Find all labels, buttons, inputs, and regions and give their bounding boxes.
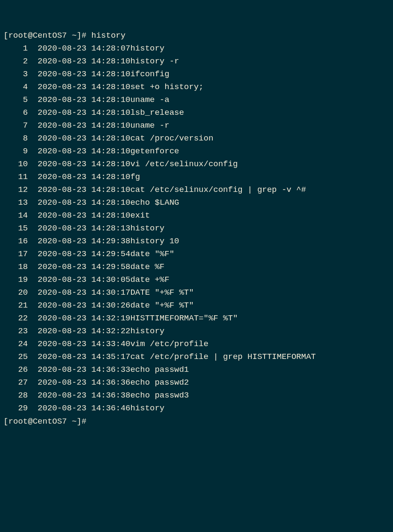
prompt-hash: # [81,417,86,426]
history-list: 1 2020-08-23 14:28:07history 2 2020-08-2… [3,44,316,413]
prompt-line[interactable]: [root@CentOS7 ~]# [3,417,91,426]
prompt-hash: # [81,31,86,40]
prompt-user: root [8,417,28,426]
prompt-at: @ [28,31,33,40]
prompt-bracket: ] [77,31,81,40]
typed-command: history [91,31,125,40]
prompt-bracket: [ [3,417,8,426]
prompt-user: root [8,31,28,40]
terminal-output: [root@CentOS7 ~]# history 1 2020-08-23 1… [3,29,390,427]
prompt-space [67,417,71,426]
prompt-bracket: ] [77,417,81,426]
prompt-line[interactable]: [root@CentOS7 ~]# history [3,31,125,40]
prompt-host: CentOS7 [33,31,67,40]
prompt-host: CentOS7 [33,417,67,426]
prompt-path: ~ [72,31,77,40]
prompt-bracket: [ [3,31,8,40]
prompt-space [67,31,71,40]
prompt-at: @ [28,417,33,426]
prompt-path: ~ [72,417,77,426]
